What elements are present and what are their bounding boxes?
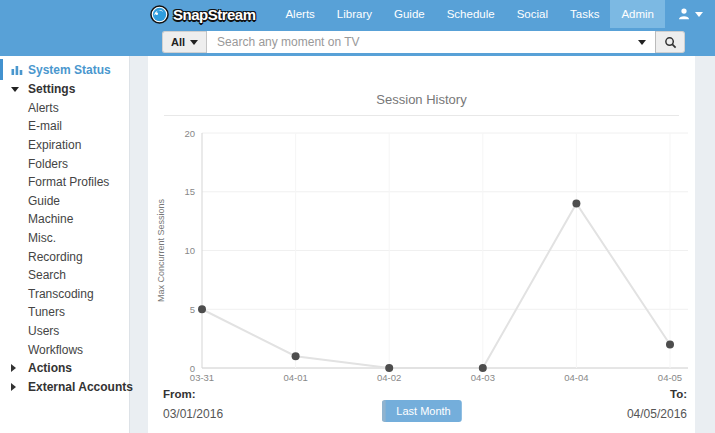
from-date-value[interactable]: 03/01/2016 [163, 407, 223, 421]
search-bar: All [0, 28, 715, 56]
session-history-chart: 0510152003-3104-0104-0204-0304-0404-05Ma… [150, 122, 693, 396]
search-filter-dropdown[interactable]: All [162, 31, 207, 53]
snapstream-logo[interactable]: SnapStream [150, 0, 256, 28]
sidebar-item-folders[interactable]: Folders [0, 154, 129, 173]
from-date-block: From: 03/01/2016 [163, 388, 223, 421]
nav-item-tasks[interactable]: Tasks [559, 0, 610, 28]
to-label: To: [627, 388, 687, 400]
sidebar-item-transcoding[interactable]: Transcoding [0, 285, 129, 304]
sidebar-item-search[interactable]: Search [0, 266, 129, 285]
title-divider [164, 115, 679, 116]
sidebar-item-label: Expiration [28, 138, 81, 152]
nav-item-guide[interactable]: Guide [383, 0, 436, 28]
chevron-right-icon [11, 364, 16, 372]
sidebar-item-label: Misc. [28, 231, 56, 245]
sidebar-item-label: Alerts [28, 101, 59, 115]
sidebar-item-format-profiles[interactable]: Format Profiles [0, 173, 129, 192]
sidebar-item-machine[interactable]: Machine [0, 210, 129, 229]
navbar-menu: AlertsLibraryGuideScheduleSocialTasksAdm… [274, 0, 665, 28]
search-input[interactable] [207, 31, 655, 53]
sidebar-item-label: Settings [28, 82, 75, 96]
sidebar-item-expiration[interactable]: Expiration [0, 136, 129, 155]
session-history-panel: Session History 0510152003-3104-0104-020… [148, 56, 695, 433]
svg-text:04-03: 04-03 [471, 372, 495, 383]
svg-text:5: 5 [190, 304, 195, 315]
svg-text:15: 15 [184, 186, 195, 197]
to-date-value[interactable]: 04/05/2016 [627, 407, 687, 421]
snapstream-logo-icon [150, 5, 169, 24]
search-button[interactable] [655, 31, 685, 53]
sidebar-item-recording[interactable]: Recording [0, 247, 129, 266]
sidebar-item-settings[interactable]: Settings [0, 80, 129, 99]
sidebar-item-actions[interactable]: Actions [0, 359, 129, 378]
user-icon [677, 7, 691, 21]
sidebar-item-label: E-mail [28, 119, 62, 133]
svg-text:04-01: 04-01 [283, 372, 307, 383]
sidebar-item-guide[interactable]: Guide [0, 192, 129, 211]
magnifier-icon [664, 36, 677, 49]
sidebar-item-label: Transcoding [28, 287, 94, 301]
chevron-right-icon [11, 383, 16, 391]
admin-sidebar: System StatusSettingsAlertsE-mailExpirat… [0, 56, 130, 433]
svg-text:03-31: 03-31 [190, 372, 214, 383]
svg-text:04-04: 04-04 [564, 372, 588, 383]
nav-item-library[interactable]: Library [326, 0, 383, 28]
sidebar-item-system-status[interactable]: System Status [0, 59, 129, 80]
filter-caret-icon [190, 40, 198, 45]
sidebar-item-label: Actions [28, 361, 72, 375]
sidebar-item-label: Recording [28, 250, 83, 264]
svg-text:04-02: 04-02 [377, 372, 401, 383]
sidebar-item-label: Search [28, 268, 66, 282]
sidebar-item-alerts[interactable]: Alerts [0, 99, 129, 118]
sidebar-item-label: Machine [28, 212, 73, 226]
search-history-caret-icon[interactable] [638, 40, 646, 45]
svg-text:Max Concurrent Sessions: Max Concurrent Sessions [156, 198, 166, 302]
search-input-wrap [207, 31, 655, 53]
svg-text:04-05: 04-05 [658, 372, 682, 383]
sidebar-item-misc[interactable]: Misc. [0, 229, 129, 248]
sidebar-menu: System StatusSettingsAlertsE-mailExpirat… [0, 59, 129, 396]
logo-text: SnapStream [173, 6, 256, 23]
sidebar-item-tuners[interactable]: Tuners [0, 303, 129, 322]
nav-item-social[interactable]: Social [506, 0, 559, 28]
navbar: SnapStream AlertsLibraryGuideScheduleSoc… [0, 0, 715, 28]
nav-item-alerts[interactable]: Alerts [274, 0, 325, 28]
svg-text:10: 10 [184, 245, 195, 256]
date-range-footer: From: 03/01/2016 Last Month To: 04/05/20… [148, 386, 695, 433]
nav-item-schedule[interactable]: Schedule [436, 0, 506, 28]
sidebar-item-label: Guide [28, 194, 60, 208]
user-menu-button[interactable] [665, 0, 715, 28]
panel-title: Session History [148, 92, 695, 107]
sidebar-item-workflows[interactable]: Workflows [0, 340, 129, 359]
caret-down-icon [695, 12, 703, 17]
svg-text:20: 20 [184, 128, 195, 139]
bar-chart-icon [11, 64, 23, 76]
sidebar-item-label: External Accounts [28, 380, 133, 394]
sidebar-item-label: Tuners [28, 305, 65, 319]
last-month-button[interactable]: Last Month [381, 400, 461, 422]
sidebar-item-label: System Status [28, 63, 111, 77]
sidebar-item-external-accounts[interactable]: External Accounts [0, 378, 129, 397]
sidebar-item-label: Users [28, 324, 59, 338]
chevron-down-icon [11, 87, 19, 92]
search-filter-label: All [171, 36, 185, 48]
sidebar-item-label: Folders [28, 157, 68, 171]
sidebar-item-e-mail[interactable]: E-mail [0, 117, 129, 136]
from-label: From: [163, 388, 223, 400]
sidebar-item-label: Format Profiles [28, 175, 109, 189]
sidebar-item-users[interactable]: Users [0, 322, 129, 341]
sidebar-item-label: Workflows [28, 343, 83, 357]
nav-item-admin[interactable]: Admin [610, 0, 665, 28]
to-date-block: To: 04/05/2016 [627, 388, 687, 421]
